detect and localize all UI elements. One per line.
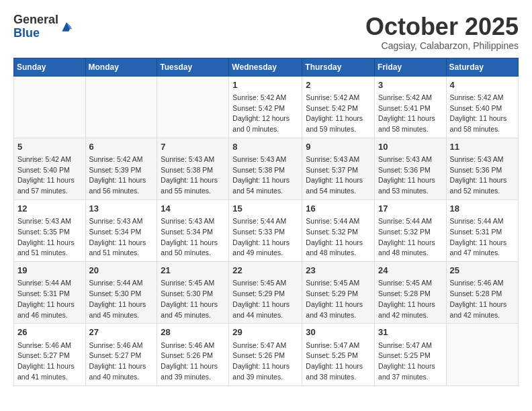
- day-info: Sunrise: 5:43 AM Sunset: 5:38 PM Dayligh…: [161, 154, 225, 197]
- day-info: Sunrise: 5:47 AM Sunset: 5:25 PM Dayligh…: [378, 340, 443, 383]
- calendar-cell: 10Sunrise: 5:43 AM Sunset: 5:36 PM Dayli…: [375, 138, 447, 199]
- calendar-cell: 13Sunrise: 5:43 AM Sunset: 5:34 PM Dayli…: [85, 199, 157, 261]
- day-info: Sunrise: 5:47 AM Sunset: 5:25 PM Dayligh…: [306, 340, 371, 383]
- col-wednesday: Wednesday: [229, 58, 302, 76]
- calendar-cell: [446, 324, 518, 385]
- title-block: October 2025 Cagsiay, Calabarzon, Philip…: [365, 13, 519, 51]
- calendar-cell: 16Sunrise: 5:44 AM Sunset: 5:32 PM Dayli…: [302, 199, 375, 261]
- day-info: Sunrise: 5:44 AM Sunset: 5:32 PM Dayligh…: [378, 216, 443, 259]
- day-info: Sunrise: 5:44 AM Sunset: 5:31 PM Dayligh…: [450, 216, 515, 259]
- calendar-cell: 14Sunrise: 5:43 AM Sunset: 5:34 PM Dayli…: [157, 199, 229, 261]
- day-number: 18: [450, 203, 515, 215]
- day-info: Sunrise: 5:47 AM Sunset: 5:26 PM Dayligh…: [232, 340, 298, 383]
- day-number: 22: [232, 265, 298, 277]
- calendar-cell: 31Sunrise: 5:47 AM Sunset: 5:25 PM Dayli…: [375, 324, 447, 385]
- calendar-cell: 15Sunrise: 5:44 AM Sunset: 5:33 PM Dayli…: [229, 199, 302, 261]
- calendar-cell: 26Sunrise: 5:46 AM Sunset: 5:27 PM Dayli…: [14, 324, 86, 385]
- day-number: 3: [378, 79, 443, 91]
- col-tuesday: Tuesday: [157, 58, 229, 76]
- day-number: 14: [161, 203, 225, 215]
- day-info: Sunrise: 5:44 AM Sunset: 5:32 PM Dayligh…: [306, 216, 371, 259]
- day-number: 5: [17, 141, 82, 153]
- calendar-cell: 9Sunrise: 5:43 AM Sunset: 5:37 PM Daylig…: [302, 138, 375, 199]
- day-info: Sunrise: 5:42 AM Sunset: 5:42 PM Dayligh…: [232, 93, 298, 135]
- calendar-week-5: 26Sunrise: 5:46 AM Sunset: 5:27 PM Dayli…: [14, 324, 519, 385]
- calendar-cell: 18Sunrise: 5:44 AM Sunset: 5:31 PM Dayli…: [446, 199, 518, 261]
- calendar-week-3: 12Sunrise: 5:43 AM Sunset: 5:35 PM Dayli…: [14, 199, 519, 261]
- col-friday: Friday: [375, 58, 447, 76]
- day-info: Sunrise: 5:43 AM Sunset: 5:37 PM Dayligh…: [306, 154, 371, 197]
- calendar-cell: [85, 76, 157, 138]
- day-info: Sunrise: 5:43 AM Sunset: 5:36 PM Dayligh…: [378, 154, 443, 197]
- day-info: Sunrise: 5:46 AM Sunset: 5:26 PM Dayligh…: [161, 340, 225, 383]
- calendar-cell: 19Sunrise: 5:44 AM Sunset: 5:31 PM Dayli…: [14, 262, 86, 324]
- day-number: 29: [232, 326, 298, 338]
- day-info: Sunrise: 5:43 AM Sunset: 5:34 PM Dayligh…: [89, 216, 154, 259]
- calendar-week-2: 5Sunrise: 5:42 AM Sunset: 5:40 PM Daylig…: [14, 138, 519, 199]
- page-header: General Blue October 2025 Cagsiay, Calab…: [13, 13, 519, 51]
- day-number: 19: [17, 265, 82, 277]
- calendar-cell: 3Sunrise: 5:42 AM Sunset: 5:41 PM Daylig…: [375, 76, 447, 138]
- day-info: Sunrise: 5:44 AM Sunset: 5:30 PM Dayligh…: [89, 278, 154, 320]
- calendar-cell: 17Sunrise: 5:44 AM Sunset: 5:32 PM Dayli…: [375, 199, 447, 261]
- day-number: 13: [89, 203, 154, 215]
- calendar-cell: 12Sunrise: 5:43 AM Sunset: 5:35 PM Dayli…: [14, 199, 86, 261]
- calendar-cell: 2Sunrise: 5:42 AM Sunset: 5:42 PM Daylig…: [302, 76, 375, 138]
- logo: General Blue: [13, 13, 73, 40]
- day-info: Sunrise: 5:46 AM Sunset: 5:28 PM Dayligh…: [450, 278, 515, 320]
- day-number: 15: [232, 203, 298, 215]
- calendar-cell: 29Sunrise: 5:47 AM Sunset: 5:26 PM Dayli…: [229, 324, 302, 385]
- logo-general: General: [13, 13, 58, 27]
- day-number: 12: [17, 203, 82, 215]
- day-number: 25: [450, 265, 515, 277]
- day-info: Sunrise: 5:42 AM Sunset: 5:41 PM Dayligh…: [378, 93, 443, 135]
- day-info: Sunrise: 5:44 AM Sunset: 5:31 PM Dayligh…: [17, 278, 82, 320]
- calendar-cell: [157, 76, 229, 138]
- col-monday: Monday: [85, 58, 157, 76]
- header-row: Sunday Monday Tuesday Wednesday Thursday…: [14, 58, 519, 76]
- logo-blue: Blue: [13, 27, 58, 40]
- day-number: 17: [378, 203, 443, 215]
- day-info: Sunrise: 5:45 AM Sunset: 5:29 PM Dayligh…: [232, 278, 298, 320]
- day-number: 26: [17, 326, 82, 338]
- day-number: 8: [232, 141, 298, 153]
- calendar-cell: 7Sunrise: 5:43 AM Sunset: 5:38 PM Daylig…: [157, 138, 229, 199]
- day-info: Sunrise: 5:43 AM Sunset: 5:38 PM Dayligh…: [232, 154, 298, 197]
- calendar-week-1: 1Sunrise: 5:42 AM Sunset: 5:42 PM Daylig…: [14, 76, 519, 138]
- day-info: Sunrise: 5:42 AM Sunset: 5:40 PM Dayligh…: [450, 93, 515, 135]
- location-subtitle: Cagsiay, Calabarzon, Philippines: [365, 40, 519, 51]
- calendar-cell: 28Sunrise: 5:46 AM Sunset: 5:26 PM Dayli…: [157, 324, 229, 385]
- calendar-cell: 8Sunrise: 5:43 AM Sunset: 5:38 PM Daylig…: [229, 138, 302, 199]
- col-thursday: Thursday: [302, 58, 375, 76]
- calendar-cell: 4Sunrise: 5:42 AM Sunset: 5:40 PM Daylig…: [446, 76, 518, 138]
- calendar-cell: 21Sunrise: 5:45 AM Sunset: 5:30 PM Dayli…: [157, 262, 229, 324]
- day-info: Sunrise: 5:45 AM Sunset: 5:29 PM Dayligh…: [306, 278, 371, 320]
- col-sunday: Sunday: [14, 58, 86, 76]
- calendar-cell: 30Sunrise: 5:47 AM Sunset: 5:25 PM Dayli…: [302, 324, 375, 385]
- day-info: Sunrise: 5:43 AM Sunset: 5:35 PM Dayligh…: [17, 216, 82, 259]
- day-number: 6: [89, 141, 154, 153]
- day-info: Sunrise: 5:46 AM Sunset: 5:27 PM Dayligh…: [17, 340, 82, 383]
- day-number: 2: [306, 79, 371, 91]
- day-info: Sunrise: 5:42 AM Sunset: 5:40 PM Dayligh…: [17, 154, 82, 197]
- day-number: 7: [161, 141, 225, 153]
- day-number: 24: [378, 265, 443, 277]
- calendar-cell: 1Sunrise: 5:42 AM Sunset: 5:42 PM Daylig…: [229, 76, 302, 138]
- day-info: Sunrise: 5:45 AM Sunset: 5:28 PM Dayligh…: [378, 278, 443, 320]
- day-number: 4: [450, 79, 515, 91]
- calendar-cell: 6Sunrise: 5:42 AM Sunset: 5:39 PM Daylig…: [85, 138, 157, 199]
- col-saturday: Saturday: [446, 58, 518, 76]
- calendar-table: Sunday Monday Tuesday Wednesday Thursday…: [13, 58, 519, 386]
- day-number: 10: [378, 141, 443, 153]
- day-number: 1: [232, 79, 298, 91]
- calendar-cell: 11Sunrise: 5:43 AM Sunset: 5:36 PM Dayli…: [446, 138, 518, 199]
- day-info: Sunrise: 5:45 AM Sunset: 5:30 PM Dayligh…: [161, 278, 225, 320]
- day-number: 16: [306, 203, 371, 215]
- month-title: October 2025: [365, 13, 519, 40]
- calendar-cell: 22Sunrise: 5:45 AM Sunset: 5:29 PM Dayli…: [229, 262, 302, 324]
- day-info: Sunrise: 5:46 AM Sunset: 5:27 PM Dayligh…: [89, 340, 154, 383]
- calendar-cell: 20Sunrise: 5:44 AM Sunset: 5:30 PM Dayli…: [85, 262, 157, 324]
- day-info: Sunrise: 5:44 AM Sunset: 5:33 PM Dayligh…: [232, 216, 298, 259]
- logo-icon: [60, 20, 73, 34]
- day-info: Sunrise: 5:43 AM Sunset: 5:36 PM Dayligh…: [450, 154, 515, 197]
